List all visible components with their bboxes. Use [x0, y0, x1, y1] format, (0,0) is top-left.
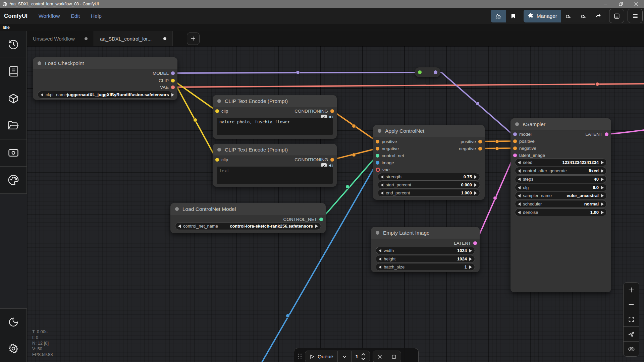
- unsaved-dot[interactable]: [163, 37, 166, 40]
- node-load-controlnet-model[interactable]: Load ControlNet Model CONTROL_NET contro…: [170, 203, 326, 233]
- stop-button[interactable]: [387, 351, 401, 362]
- widget-denoise[interactable]: denoise 1.00: [515, 208, 607, 216]
- slot-dot-latent[interactable]: [605, 132, 608, 136]
- sidebar-item-theme-toggle[interactable]: [0, 308, 27, 336]
- widget-next-icon[interactable]: [469, 249, 472, 252]
- widget-strength[interactable]: strength 0.75: [378, 173, 480, 181]
- slot-dot-conditioning[interactable]: [478, 140, 482, 143]
- slot-dot-control-net[interactable]: [319, 218, 323, 221]
- prompt-textarea[interactable]: [217, 167, 333, 184]
- collapse-dot[interactable]: [38, 61, 41, 65]
- close-button[interactable]: [629, 0, 644, 8]
- slot-dot-model[interactable]: [513, 132, 517, 136]
- batch-count-stepper[interactable]: 1: [352, 351, 370, 362]
- node-header[interactable]: CLIP Text Encode (Prompt): [213, 144, 337, 156]
- widget-next-icon[interactable]: [601, 169, 604, 173]
- widget-prev-icon[interactable]: [379, 257, 381, 261]
- sidebar-item-settings[interactable]: [0, 335, 27, 362]
- widget-next-icon[interactable]: [315, 225, 318, 228]
- collapse-dot[interactable]: [378, 129, 381, 133]
- widget-next-icon[interactable]: [171, 93, 174, 97]
- tab-unsaved-workflow[interactable]: Unsaved Workflow: [27, 31, 94, 46]
- widget-prev-icon[interactable]: [381, 183, 383, 187]
- prompt-textarea[interactable]: nature photo, fuschia flower: [217, 118, 333, 135]
- node-clip-text-encode-negative[interactable]: CLIP Text Encode (Prompt) clip CONDITION…: [213, 144, 337, 187]
- queue-button[interactable]: Queue: [305, 351, 338, 362]
- widget-sampler-name[interactable]: sampler_name euler_ancestral: [515, 192, 607, 199]
- widget-prev-icon[interactable]: [178, 225, 181, 228]
- sidebar-item-node-library[interactable]: [0, 58, 27, 85]
- slot-dot-conditioning[interactable]: [376, 147, 379, 150]
- node-header[interactable]: Apply ControlNet: [373, 125, 485, 137]
- widget-prev-icon[interactable]: [518, 194, 521, 197]
- select-mode-button[interactable]: [624, 327, 639, 342]
- widget-next-icon[interactable]: [601, 186, 604, 189]
- slot-dot-control-net[interactable]: [376, 154, 379, 158]
- share-button[interactable]: [591, 10, 606, 22]
- node-ksampler[interactable]: KSampler model positive negative latent_…: [511, 118, 611, 292]
- reroute-output-dot[interactable]: [434, 70, 437, 74]
- unsaved-dot[interactable]: [85, 37, 88, 40]
- widget-seed[interactable]: seed 123412342341234: [515, 159, 607, 166]
- stepper-icons[interactable]: [361, 352, 366, 361]
- cancel-button[interactable]: [373, 351, 387, 362]
- collapse-dot[interactable]: [376, 231, 379, 235]
- fit-view-button[interactable]: [624, 312, 639, 327]
- custom-nodes-button[interactable]: [561, 10, 576, 22]
- slot-dot-clip[interactable]: [171, 79, 175, 82]
- slot-dot-latent[interactable]: [473, 241, 477, 245]
- slot-dot-conditioning[interactable]: [376, 140, 379, 143]
- widget-prev-icon[interactable]: [381, 175, 383, 179]
- widget-steps[interactable]: steps 40: [515, 175, 607, 183]
- widget-width[interactable]: width 1024: [376, 247, 475, 254]
- drag-handle[interactable]: [298, 354, 302, 360]
- node-clip-text-encode-positive[interactable]: CLIP Text Encode (Prompt) clip CONDITION…: [213, 95, 337, 139]
- widget-prev-icon[interactable]: [518, 202, 521, 206]
- sidebar-item-model-library[interactable]: [0, 85, 27, 112]
- node-header[interactable]: Load Checkpoint: [33, 57, 177, 69]
- widget-height[interactable]: height 1024: [376, 255, 475, 263]
- widget-cfg[interactable]: cfg 6.0: [515, 184, 607, 191]
- tab-active-workflow[interactable]: aa_SDXL_control_lor...: [94, 31, 173, 46]
- zoom-in-button[interactable]: [624, 283, 639, 297]
- maximize-button[interactable]: [613, 0, 629, 8]
- widget-next-icon[interactable]: [469, 265, 472, 269]
- zoom-out-button[interactable]: [624, 297, 639, 312]
- node-header[interactable]: Empty Latent Image: [371, 227, 480, 239]
- widget-ckpt-name[interactable]: ckpt_name juggernautXL_juggXIByRundiffus…: [38, 91, 173, 99]
- panel-toggle-button[interactable]: [609, 9, 624, 23]
- slot-dot-clip[interactable]: [215, 109, 219, 113]
- sidebar-item-gallery[interactable]: [0, 139, 27, 167]
- slot-dot-model[interactable]: [171, 71, 175, 75]
- slot-dot-clip[interactable]: [215, 158, 219, 162]
- sidebar-item-theme[interactable]: [0, 167, 27, 194]
- widget-next-icon[interactable]: [474, 175, 477, 179]
- slot-dot-conditioning[interactable]: [513, 146, 517, 150]
- menu-workflow[interactable]: Workflow: [39, 13, 60, 19]
- widget-scheduler[interactable]: scheduler normal: [515, 200, 607, 208]
- node-load-checkpoint[interactable]: Load Checkpoint MODEL CLIP VAE ckpt_name…: [33, 57, 177, 100]
- node-header[interactable]: Load ControlNet Model: [170, 203, 326, 215]
- widget-next-icon[interactable]: [601, 178, 604, 181]
- widget-next-icon[interactable]: [601, 161, 604, 164]
- widget-control-net-name[interactable]: control_net_name control-lora-sketch-ran…: [175, 222, 321, 230]
- main-menu-button[interactable]: [628, 9, 643, 23]
- widget-prev-icon[interactable]: [41, 93, 43, 97]
- slot-dot-conditioning[interactable]: [478, 147, 482, 150]
- slot-dot-image[interactable]: [376, 161, 379, 165]
- collapse-dot[interactable]: [515, 122, 519, 126]
- sidebar-item-history[interactable]: [0, 31, 27, 58]
- collapse-dot[interactable]: [217, 148, 221, 152]
- widget-prev-icon[interactable]: [518, 178, 521, 181]
- update-button[interactable]: [576, 10, 591, 22]
- widget-next-icon[interactable]: [601, 211, 604, 214]
- widget-batch-size[interactable]: batch_size 1: [376, 263, 475, 271]
- widget-next-icon[interactable]: [601, 202, 604, 206]
- menu-help[interactable]: Help: [91, 13, 102, 19]
- widget-prev-icon[interactable]: [518, 186, 521, 189]
- toggle-link-visibility-button[interactable]: [624, 342, 639, 356]
- templates-button[interactable]: [491, 10, 506, 22]
- bookmark-button[interactable]: [506, 10, 520, 22]
- widget-next-icon[interactable]: [474, 183, 477, 187]
- slot-dot-latent[interactable]: [513, 154, 517, 157]
